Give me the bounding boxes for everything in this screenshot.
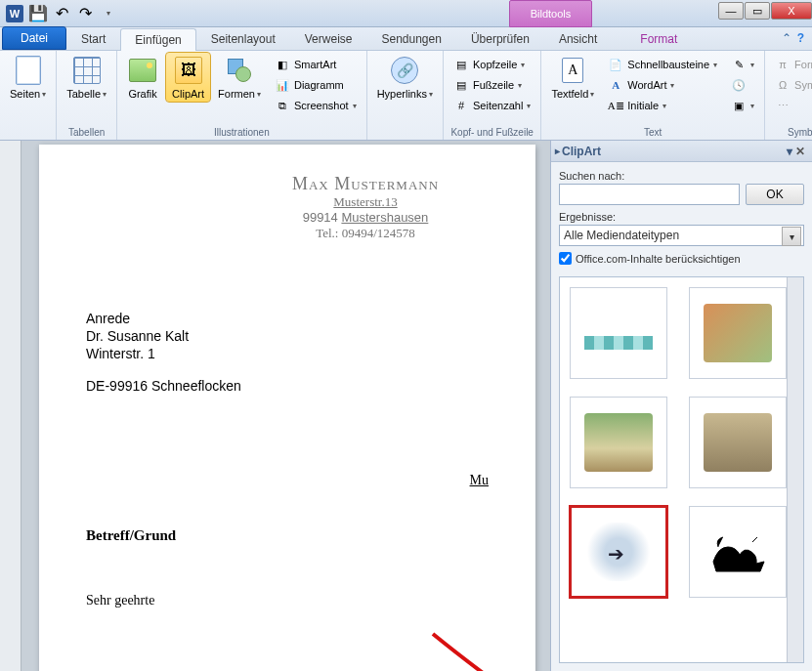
clipart-pane: ▸ ClipArt ▾ ✕ Suchen nach: OK Ergebnisse…	[550, 141, 812, 671]
group-symbols: πFormel▾ ΩSymbol▾ ⋯ Symbole	[765, 51, 812, 140]
contextual-tab-bildtools: Bildtools	[509, 0, 592, 27]
tab-references[interactable]: Verweise	[290, 27, 367, 50]
pagenumber-button[interactable]: #Seitenzahl▾	[449, 96, 534, 115]
picture-button[interactable]: Grafik	[121, 53, 164, 102]
media-type-combo[interactable]: Alle Mediendateitypen	[559, 225, 804, 246]
clipart-thumb[interactable]	[570, 397, 667, 488]
letterhead: Max Mustermann Musterstr.13 99914 Muster…	[242, 174, 489, 241]
tab-layout[interactable]: Seitenlayout	[196, 27, 290, 50]
tab-mailings[interactable]: Sendungen	[366, 27, 455, 50]
smartart-button[interactable]: ◧SmartArt	[271, 55, 361, 74]
help-icon[interactable]: ?	[797, 31, 804, 45]
addr-line: Winterstr. 1	[86, 345, 489, 362]
quickparts-button[interactable]: 📄Schnellbausteine▾	[604, 55, 721, 74]
search-label: Suchen nach:	[559, 170, 804, 182]
group-links: 🔗 Hyperlinks▾	[367, 51, 444, 140]
footer-button[interactable]: ▤Fußzeile▾	[449, 75, 534, 95]
datetime-button[interactable]: 🕓	[727, 75, 758, 95]
dropcap-button[interactable]: A≣Initiale▾	[604, 96, 721, 115]
clipart-button[interactable]: 🖼 ClipArt	[166, 53, 210, 102]
maximize-button[interactable]: ▭	[745, 2, 770, 20]
pane-close-icon[interactable]: ✕	[792, 145, 808, 158]
pane-title: ClipArt	[562, 145, 787, 158]
signature-button[interactable]: ✎▾	[727, 55, 758, 74]
hyperlink-button[interactable]: 🔗 Hyperlinks▾	[371, 53, 439, 102]
extra-button[interactable]: ⋯	[771, 96, 812, 115]
search-ok-button[interactable]: OK	[746, 184, 804, 205]
textbox-button[interactable]: A Textfeld▾	[545, 53, 600, 102]
tab-format[interactable]: Format	[625, 27, 692, 50]
subject-line: Betreff/Grund	[86, 527, 489, 544]
office-online-label: Office.com-Inhalte berücksichtigen	[576, 253, 741, 265]
clipart-thumb[interactable]	[689, 506, 787, 598]
office-online-checkbox[interactable]	[559, 252, 572, 265]
vertical-ruler	[0, 141, 21, 671]
chart-button[interactable]: 📊Diagramm	[271, 75, 361, 95]
table-button[interactable]: Tabelle▾	[61, 53, 112, 102]
quick-access-toolbar: W 💾 ↶ ↷ ▾	[0, 3, 119, 24]
qat-customize-icon[interactable]: ▾	[98, 3, 119, 24]
tab-home[interactable]: Start	[66, 27, 120, 50]
group-text: A Textfeld▾ 📄Schnellbausteine▾ AWordArt▾…	[541, 51, 765, 140]
clipart-thumb[interactable]	[689, 287, 787, 379]
place-date: Mu	[86, 473, 489, 488]
page[interactable]: Max Mustermann Musterstr.13 99914 Muster…	[39, 145, 535, 671]
addr-line: Anrede	[86, 310, 489, 327]
results-grid[interactable]	[559, 276, 804, 663]
results-label: Ergebnisse:	[559, 211, 804, 223]
group-tables: Tabelle▾ Tabellen	[57, 51, 117, 140]
ribbon: Seiten▾ Tabelle▾ Tabellen Grafik 🖼 ClipA…	[0, 51, 812, 141]
save-icon[interactable]: 💾	[27, 3, 49, 24]
close-button[interactable]: X	[771, 2, 812, 20]
group-illustrations: Grafik 🖼 ClipArt Formen▾ ◧SmartArt 📊Diag…	[117, 51, 367, 140]
pane-menu-icon[interactable]: ▸	[555, 146, 560, 156]
pane-header: ▸ ClipArt ▾ ✕	[551, 141, 812, 162]
pages-button[interactable]: Seiten▾	[4, 53, 52, 102]
letterhead-phone: Tel.: 09494/124578	[242, 226, 489, 241]
letterhead-city: 99914 Mustershausen	[303, 210, 429, 225]
header-button[interactable]: ▤Kopfzeile▾	[449, 55, 534, 74]
tab-insert[interactable]: Einfügen	[120, 28, 195, 51]
shapes-button[interactable]: Formen▾	[212, 53, 267, 102]
clipart-thumb[interactable]	[689, 397, 787, 488]
ribbon-tabs: Datei Start Einfügen Seitenlayout Verwei…	[0, 27, 812, 51]
workspace: Max Mustermann Musterstr.13 99914 Muster…	[0, 141, 812, 671]
results-scrollbar[interactable]	[787, 277, 803, 662]
addr-line: Dr. Susanne Kalt	[86, 327, 489, 345]
recipient-address: Anrede Dr. Susanne Kalt Winterstr. 1 DE-…	[86, 310, 489, 395]
clipart-thumb-selected[interactable]	[570, 506, 667, 598]
wordart-button[interactable]: AWordArt▾	[604, 75, 721, 95]
minimize-button[interactable]: —	[718, 2, 744, 20]
group-headerfooter: ▤Kopfzeile▾ ▤Fußzeile▾ #Seitenzahl▾ Kopf…	[444, 51, 541, 140]
symbol-button[interactable]: ΩSymbol▾	[771, 75, 812, 95]
window-controls: — ▭ X	[718, 2, 812, 20]
ribbon-minimize-icon[interactable]: ⌃	[782, 31, 791, 45]
group-pages: Seiten▾	[0, 51, 57, 140]
object-button[interactable]: ▣▾	[727, 96, 758, 115]
salutation: Sehr geehrte	[86, 593, 489, 608]
tab-review[interactable]: Überprüfen	[456, 27, 544, 50]
screenshot-button[interactable]: ⧉Screenshot▾	[271, 96, 361, 115]
letterhead-name: Max Mustermann	[242, 174, 489, 194]
title-bar: W 💾 ↶ ↷ ▾ Bildtools — ▭ X	[0, 0, 812, 27]
app-icon[interactable]: W	[4, 3, 25, 24]
equation-button[interactable]: πFormel▾	[771, 55, 812, 74]
letterhead-street: Musterstr.13	[242, 194, 489, 210]
undo-icon[interactable]: ↶	[51, 3, 72, 24]
document-area[interactable]: Max Mustermann Musterstr.13 99914 Muster…	[21, 141, 550, 671]
tab-view[interactable]: Ansicht	[544, 27, 612, 50]
addr-line: DE-99916 Schneeflocken	[86, 377, 489, 395]
search-input[interactable]	[559, 184, 740, 205]
tab-file[interactable]: Datei	[2, 26, 66, 50]
clipart-thumb[interactable]	[570, 287, 667, 379]
redo-icon[interactable]: ↷	[74, 3, 96, 24]
